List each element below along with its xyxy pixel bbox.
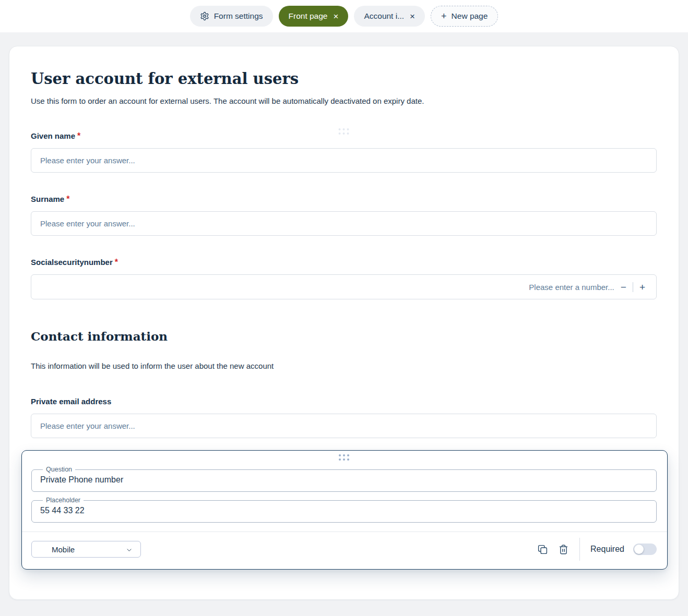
close-icon[interactable]: × xyxy=(410,12,415,21)
question-editor-private-phone: Question Placeholder Mobile xyxy=(21,450,668,570)
tab-account-info[interactable]: Account i... × xyxy=(354,6,425,27)
field-label-private-email: Private email address xyxy=(31,397,111,406)
question-type-value: Mobile xyxy=(52,545,75,554)
duplicate-question-button[interactable] xyxy=(537,544,548,555)
question-legend: Question xyxy=(43,466,75,473)
gear-icon xyxy=(200,11,209,21)
placeholder-text-input[interactable] xyxy=(39,504,649,515)
field-label-given-name: Given name xyxy=(31,131,75,140)
section-description: This information will be used to inform … xyxy=(31,361,657,370)
section-title-contact-information: Contact information xyxy=(31,329,657,343)
field-socialsecuritynumber: Socialsecuritynumber* Please enter a num… xyxy=(31,258,657,299)
ssn-placeholder-text: Please enter a number... xyxy=(529,283,614,292)
footer-vertical-divider xyxy=(579,538,580,561)
required-asterisk: * xyxy=(77,131,80,140)
required-asterisk: * xyxy=(66,195,69,203)
copy-icon xyxy=(537,544,548,555)
question-fieldset: Question xyxy=(31,466,657,492)
ssn-number-input[interactable]: Please enter a number... − + xyxy=(31,274,657,299)
surname-input[interactable] xyxy=(31,211,657,236)
form-settings-label: Form settings xyxy=(214,11,263,21)
page-tabs-bar: Form settings Front page × Account i... … xyxy=(0,0,688,32)
tab-front-page[interactable]: Front page × xyxy=(279,6,349,27)
field-private-email: Private email address xyxy=(31,397,657,438)
question-type-select[interactable]: Mobile xyxy=(31,541,141,558)
chevron-down-icon xyxy=(126,547,133,553)
stepper-divider xyxy=(633,282,633,292)
trash-icon xyxy=(558,544,569,555)
delete-question-button[interactable] xyxy=(558,544,569,555)
required-label: Required xyxy=(590,545,624,554)
editor-footer-divider xyxy=(22,532,667,532)
decrement-button[interactable]: − xyxy=(620,282,627,292)
given-name-input[interactable] xyxy=(31,148,657,173)
field-surname: Surname* xyxy=(31,195,657,236)
form-canvas-card: User account for external users Use this… xyxy=(9,46,679,600)
field-label-surname: Surname xyxy=(31,195,64,203)
drag-handle-icon[interactable] xyxy=(339,454,350,461)
tab-front-page-label: Front page xyxy=(289,11,328,21)
plus-icon: + xyxy=(441,11,447,21)
field-label-ssn: Socialsecuritynumber xyxy=(31,258,113,267)
form-settings-button[interactable]: Form settings xyxy=(190,6,273,27)
private-email-input[interactable] xyxy=(31,414,657,438)
field-given-name: Given name* xyxy=(31,131,657,173)
editor-footer: Mobile xyxy=(31,540,657,559)
increment-button[interactable]: + xyxy=(639,282,646,292)
required-asterisk: * xyxy=(115,258,118,267)
question-text-input[interactable] xyxy=(39,474,649,485)
toggle-knob xyxy=(634,545,644,554)
page-description: Use this form to order an account for ex… xyxy=(31,96,657,105)
new-page-label: New page xyxy=(452,11,488,21)
drag-handle-icon[interactable] xyxy=(338,128,349,135)
placeholder-fieldset: Placeholder xyxy=(31,497,657,523)
required-toggle[interactable] xyxy=(633,543,657,555)
close-icon[interactable]: × xyxy=(333,12,338,21)
placeholder-legend: Placeholder xyxy=(43,497,84,504)
tab-account-info-label: Account i... xyxy=(364,11,404,21)
new-page-button[interactable]: + New page xyxy=(431,6,498,27)
page-title: User account for external users xyxy=(31,70,657,88)
